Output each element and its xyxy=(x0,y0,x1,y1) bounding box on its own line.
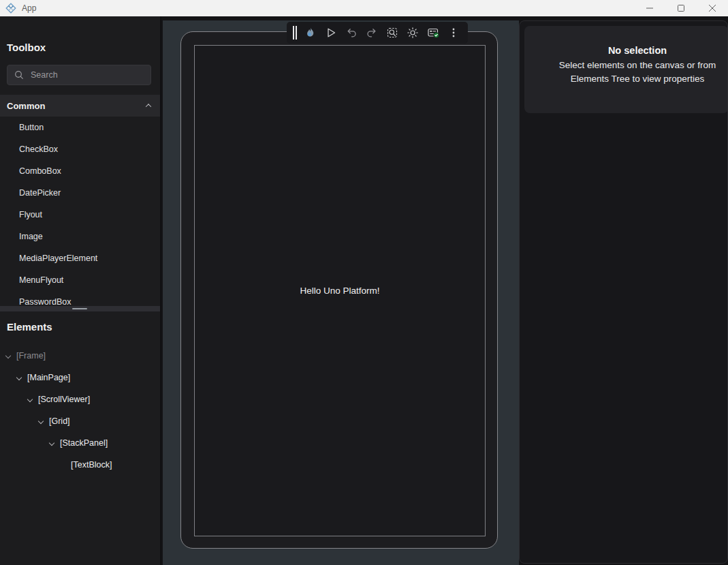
undo-icon xyxy=(345,27,358,39)
toolbox-title: Toolbox xyxy=(0,42,46,53)
app-window: App Toolbox Common Bu xyxy=(0,0,728,565)
design-toolbar xyxy=(287,22,468,44)
elements-title: Elements xyxy=(0,321,52,333)
titlebar: App xyxy=(0,0,728,16)
no-selection-card: No selection Select elements on the canv… xyxy=(524,26,728,113)
undo-button[interactable] xyxy=(343,24,360,42)
hot-design-flame-button[interactable] xyxy=(302,24,319,42)
redo-button[interactable] xyxy=(363,24,381,42)
toolbox-section-common[interactable]: Common xyxy=(0,95,161,117)
tree-item-grid[interactable]: [Grid] xyxy=(0,410,161,432)
toolbox-item-checkbox[interactable]: CheckBox xyxy=(0,138,161,160)
tree-item-frame[interactable]: [Frame] xyxy=(0,345,161,367)
properties-panel: No selection Select elements on the canv… xyxy=(519,20,728,564)
maximize-button[interactable] xyxy=(665,0,697,16)
toolbox-item-passwordbox[interactable]: PasswordBox xyxy=(0,291,161,306)
panel-resize-handle[interactable] xyxy=(0,306,161,311)
chevron-down-icon[interactable] xyxy=(49,440,54,446)
no-selection-title: No selection xyxy=(550,44,725,57)
toolbox-list: Button CheckBox ComboBox DatePicker Flyo… xyxy=(0,117,161,306)
light-theme-sun-icon xyxy=(407,27,419,39)
toolbox-item-menuflyout[interactable]: MenuFlyout xyxy=(0,269,161,291)
toolbar-drag-handle-icon[interactable] xyxy=(291,25,299,40)
device-screen[interactable]: Hello Uno Platform! xyxy=(194,45,486,536)
chevron-down-icon[interactable] xyxy=(16,375,22,380)
tree-item-label: [MainPage] xyxy=(27,373,70,382)
sidebar: Toolbox Common Button CheckBox ComboBox … xyxy=(0,16,161,565)
chevron-down-icon[interactable] xyxy=(38,418,44,424)
runtime-validation-button[interactable] xyxy=(424,24,442,42)
no-selection-message: Select elements on the canvas or from El… xyxy=(550,59,725,86)
tree-item-label: [Grid] xyxy=(49,416,70,426)
toolbox-item-image[interactable]: Image xyxy=(0,226,161,247)
search-input[interactable] xyxy=(31,70,140,80)
app-logo-icon xyxy=(5,3,16,14)
chevron-up-icon[interactable] xyxy=(146,104,151,109)
more-options-button[interactable] xyxy=(445,24,462,42)
toolbox-item-button[interactable]: Button xyxy=(0,117,161,138)
theme-toggle-button[interactable] xyxy=(404,24,422,42)
tree-item-stackpanel[interactable]: [StackPanel] xyxy=(0,432,161,454)
play-icon xyxy=(325,27,337,39)
tree-item-label: [ScrollViewer] xyxy=(38,395,90,404)
section-label: Common xyxy=(0,101,146,111)
tree-item-label: [Frame] xyxy=(16,351,46,361)
ellipsis-vertical-icon xyxy=(447,27,460,39)
toolbox-search[interactable] xyxy=(7,65,151,85)
flame-icon xyxy=(304,27,317,39)
toolbox-item-mediaplayerelement[interactable]: MediaPlayerElement xyxy=(0,247,161,269)
search-icon xyxy=(14,70,24,80)
runtime-validation-icon xyxy=(427,27,440,39)
toolbox-item-datepicker[interactable]: DatePicker xyxy=(0,182,161,204)
tree-item-scrollviewer[interactable]: [ScrollViewer] xyxy=(0,388,161,410)
toolbox-item-flyout[interactable]: Flyout xyxy=(0,204,161,226)
close-button[interactable] xyxy=(697,0,728,16)
play-button[interactable] xyxy=(322,24,340,42)
toolbox-item-combobox[interactable]: ComboBox xyxy=(0,160,161,182)
tree-item-label: [TextBlock] xyxy=(71,460,112,470)
chevron-down-icon[interactable] xyxy=(5,353,11,358)
chevron-down-icon[interactable] xyxy=(27,397,33,402)
tree-item-mainpage[interactable]: [MainPage] xyxy=(0,367,161,388)
elements-tree: [Frame] [MainPage] [ScrollViewer] [Grid]… xyxy=(0,345,161,476)
window-controls xyxy=(634,0,728,16)
textblock-element[interactable]: Hello Uno Platform! xyxy=(300,286,379,296)
tree-item-label: [StackPanel] xyxy=(60,438,108,448)
minimize-button[interactable] xyxy=(634,0,665,16)
redo-icon xyxy=(366,27,378,39)
resize-grip-icon xyxy=(72,308,87,309)
inspect-element-icon xyxy=(386,27,398,39)
element-inspector-button[interactable] xyxy=(383,24,401,42)
tree-item-textblock[interactable]: [TextBlock] xyxy=(0,454,161,476)
window-title: App xyxy=(22,3,36,13)
